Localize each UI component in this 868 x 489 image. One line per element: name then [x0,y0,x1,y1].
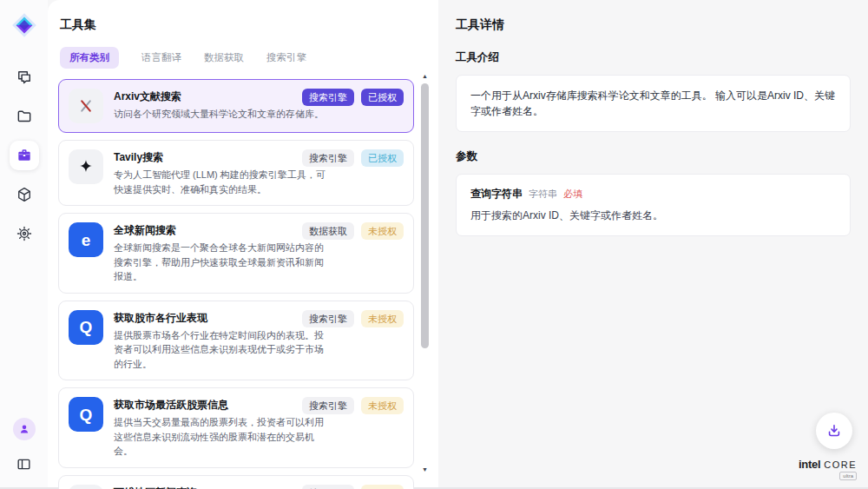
tab-all-categories[interactable]: 所有类别 [60,47,119,69]
scroll-down-icon[interactable]: ▼ [422,466,428,473]
chat-icon[interactable] [10,63,39,92]
tool-card-list: Arxiv文献搜索 访问各个研究领域大量科学论文和文章的存储库。 搜索引擎 已授… [58,79,414,489]
app-logo-icon [10,10,39,40]
card-body: 万维地区新闻查询 查询具体行政区划内的新闻，快速了解各地新闻动 [114,485,324,489]
card-badges: 搜索引擎 已授权 [302,149,404,167]
parameter-description: 用于搜索的Arxiv ID、关键字或作者姓名。 [470,208,836,223]
ultra-variant-badge: ultra [839,472,857,480]
card-body: 获取股市各行业表现 提供股票市场各个行业在特定时间段内的表现。投资者可以利用这些… [114,310,332,372]
intel-core-logo: intel CORE ultra [799,458,857,480]
tab-data-acquisition[interactable]: 数据获取 [204,51,244,64]
download-button[interactable] [816,413,852,449]
scrollbar-thumb[interactable] [421,83,429,348]
card-badges: 数据获取 未授权 [302,222,404,240]
core-product-text: CORE [824,459,857,470]
tool-card-arxiv[interactable]: Arxiv文献搜索 访问各个研究领域大量科学论文和文章的存储库。 搜索引擎 已授… [58,79,414,133]
auth-status-badge: 已授权 [361,89,404,106]
auth-status-badge: 已授权 [361,149,404,167]
category-badge: 搜索引擎 [302,310,354,327]
tool-description: 访问各个研究领域大量科学论文和文章的存储库。 [114,107,324,122]
icon-rail [0,0,48,487]
tool-card-most-active-stocks[interactable]: Q 获取市场最活跃股票信息 提供当天交易量最高的股票列表，投资者可以利用这些信息… [58,387,414,468]
tool-description: 提供当天交易量最高的股票列表，投资者可以利用这些信息来识别流动性强的股票和潜在的… [114,415,332,459]
auth-status-badge: 未授权 [361,222,404,240]
collapse-panel-icon[interactable] [10,449,39,479]
folder-icon[interactable] [10,102,39,131]
list-scrollbar: ▲ ▼ [421,73,429,473]
parameter-header: 查询字符串 字符串 必填 [470,187,836,202]
blue-letter-icon: Q [69,310,103,345]
arxiv-x-icon [69,89,103,123]
four-point-star-icon [69,149,103,184]
newspaper-icon [69,485,103,489]
parameter-card: 查询字符串 字符串 必填 用于搜索的Arxiv ID、关键字或作者姓名。 [456,174,851,236]
card-body: Arxiv文献搜索 访问各个研究领域大量科学论文和文章的存储库。 [114,89,324,123]
tool-description: 全球新闻搜索是一个聚合全球各大新闻网站内容的搜索引擎，帮助用户快速获取全球最新资… [114,241,332,284]
category-badge: 搜索引擎 [302,149,354,167]
card-badges: 搜索引擎 未授权 [302,397,404,414]
tool-title: 万维地区新闻查询 [114,486,324,489]
auth-status-badge: 未授权 [361,485,404,489]
settings-icon[interactable] [10,219,39,248]
intro-text: 一个用于从Arxiv存储库搜索科学论文和文章的工具。 输入可以是Arxiv ID… [470,89,835,117]
tool-title: 获取市场最活跃股票信息 [114,399,332,411]
scrollbar-track[interactable] [421,80,429,466]
blue-letter-icon: Q [69,397,103,432]
user-avatar-icon[interactable] [13,418,36,440]
app-window: 工具集 所有类别 语言翻译 数据获取 搜索引擎 Arxiv文献搜索 访问各个研究… [0,0,868,489]
toolset-panel: 工具集 所有类别 语言翻译 数据获取 搜索引擎 Arxiv文献搜索 访问各个研究… [48,0,438,487]
icon-letter: Q [80,319,93,335]
card-badges: 搜索引擎 已授权 [302,89,404,106]
auth-status-badge: 未授权 [361,310,404,327]
tool-description: 专为人工智能代理 (LLM) 构建的搜索引擎工具，可快速提供实时、准确和真实的结… [114,168,332,196]
icon-letter: e [82,232,91,248]
category-badge: 数据获取 [302,222,354,240]
intel-brand-text: intel [799,458,820,471]
cube-icon[interactable] [10,180,39,209]
tool-title: Arxiv文献搜索 [114,90,324,102]
tool-title: 全球新闻搜索 [114,224,332,236]
tab-language-translation[interactable]: 语言翻译 [141,51,181,64]
intel-logo-line: intel CORE [799,458,857,471]
tool-card-tavily[interactable]: Tavily搜索 专为人工智能代理 (LLM) 构建的搜索引擎工具，可快速提供实… [58,140,414,206]
scroll-up-icon[interactable]: ▲ [422,73,428,80]
toolset-title: 工具集 [60,17,438,33]
card-body: 全球新闻搜索 全球新闻搜索是一个聚合全球各大新闻网站内容的搜索引擎，帮助用户快速… [114,222,332,284]
tool-detail-panel: 工具详情 工具介绍 一个用于从Arxiv存储库搜索科学论文和文章的工具。 输入可… [438,0,868,487]
parameter-type: 字符串 [529,188,557,201]
tool-card-global-news[interactable]: e 全球新闻搜索 全球新闻搜索是一个聚合全球各大新闻网站内容的搜索引擎，帮助用户… [58,213,414,294]
toolbox-icon[interactable] [10,141,39,170]
card-body: 获取市场最活跃股票信息 提供当天交易量最高的股票列表，投资者可以利用这些信息来识… [114,397,332,459]
parameter-name: 查询字符串 [470,187,523,202]
icon-letter: Q [80,406,93,423]
parameter-required-flag: 必填 [563,188,582,201]
tool-card-regional-news[interactable]: 万维地区新闻查询 查询具体行政区划内的新闻，快速了解各地新闻动 搜索引擎 未授权 [58,475,414,489]
rail-bottom [10,418,39,487]
tool-title: Tavily搜索 [114,151,332,163]
category-badge: 搜索引擎 [302,89,354,106]
blue-letter-icon: e [69,222,103,257]
detail-title: 工具详情 [456,17,851,33]
intro-card: 一个用于从Arxiv存储库搜索科学论文和文章的工具。 输入可以是Arxiv ID… [456,75,851,132]
tool-title: 获取股市各行业表现 [114,312,332,324]
tab-search-engine[interactable]: 搜索引擎 [266,51,306,64]
download-icon [825,422,843,439]
auth-status-badge: 未授权 [361,397,404,414]
card-badges: 搜索引擎 未授权 [302,485,404,489]
tool-card-sector-performance[interactable]: Q 获取股市各行业表现 提供股票市场各个行业在特定时间段内的表现。投资者可以利用… [58,301,414,381]
category-badge: 搜索引擎 [302,397,354,414]
intro-heading: 工具介绍 [456,50,851,65]
params-heading: 参数 [456,149,851,164]
card-body: Tavily搜索 专为人工智能代理 (LLM) 构建的搜索引擎工具，可快速提供实… [114,149,332,196]
tool-description: 提供股票市场各个行业在特定时间段内的表现。投资者可以利用这些信息来识别表现优于或… [114,328,332,372]
category-badge: 搜索引擎 [302,485,354,489]
category-tabs: 所有类别 语言翻译 数据获取 搜索引擎 [60,47,438,69]
card-badges: 搜索引擎 未授权 [302,310,404,327]
